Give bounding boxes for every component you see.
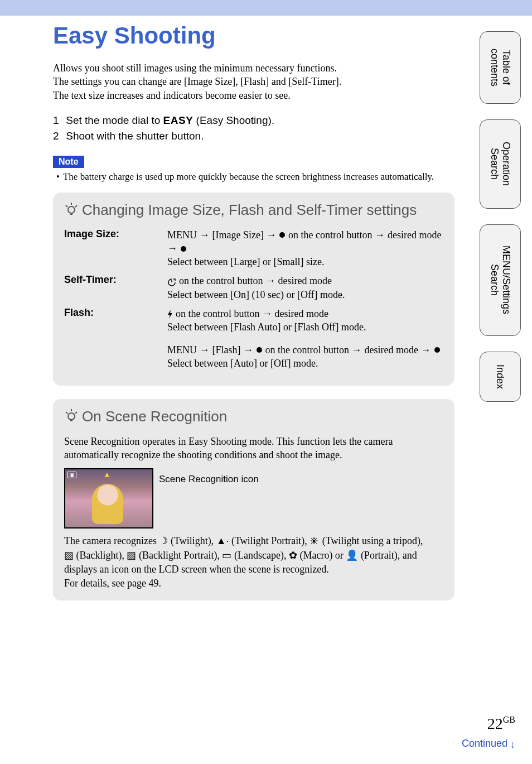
tab-menu-settings-search[interactable]: MENU/Settings Search [480,224,521,336]
tip-title-scene: On Scene Recognition [64,408,443,427]
select-text: Select between [Flash Auto] or [Flash Of… [167,321,366,333]
select-text: Select between [Large] or [Small] size. [167,256,325,267]
step-2-text: Shoot with the shutter button. [66,130,204,142]
bulb-icon [64,202,79,220]
note-line: •The battery charge is used up more quic… [53,171,454,182]
scene-intro: Scene Recognition operates in Easy Shoot… [64,435,443,462]
callout-label: Scene Recognition icon [159,474,259,485]
arrow-icon: → [200,344,212,355]
step-2: 2 Shoot with the shutter button. [53,130,454,142]
tip-title-text: Changing Image Size, Flash and Self-Time… [82,201,417,218]
twilight-icon: ☽ [159,535,168,546]
page-region: GB [503,715,515,724]
sample-photo: ▣ ▲ [64,468,153,528]
tail-text: desired mode [388,229,441,241]
scene-recognition-icon: ▣ [67,472,76,478]
scene-list: The camera recognizes ☽ (Twilight), ▲· (… [64,534,443,590]
line1a: on the control button [176,308,262,319]
tab-toc[interactable]: Table of contents [480,31,521,104]
intro-line-2: The settings you can change are [Image S… [53,75,454,88]
arrow-icon: → [200,229,212,241]
arrow-icon: → [375,229,388,241]
line1a: on the control button [179,275,265,286]
top-accent-bar [0,0,532,16]
macro-icon: ✿ [289,550,297,561]
menu-text: MENU [167,344,197,355]
setting-desc: on the control button → desired mode Sel… [167,274,345,301]
svg-line-9 [66,412,67,414]
callout: Scene Recognition icon [159,468,259,485]
svg-marker-6 [168,310,172,319]
tab-operation-search[interactable]: Operation Search [480,119,521,209]
arrow-icon: → [167,243,180,254]
setting-label: Self-Timer: [64,274,167,301]
tip-title-settings: Changing Image Size, Flash and Self-Time… [64,201,443,220]
intro-line-3: The text size increases and indicators b… [53,89,454,102]
arrow-icon: → [262,308,272,319]
intro-line-1: Allows you shoot still images using the … [53,61,454,75]
ctrl-text: on the control button [288,229,372,241]
setting-label-empty [64,343,167,371]
arrow-icon: → [352,344,365,355]
setting-label: Flash: [64,307,167,334]
bulb-icon [64,409,79,427]
select-text: Select between [Auto] or [Off] mode. [167,358,318,369]
bullet-icon: • [56,171,60,182]
line1b: desired mode [275,275,332,286]
continued-indicator: Continued ↓ [462,738,515,749]
photo-callout-row: ▣ ▲ Scene Recognition icon [64,468,443,528]
main-content: Easy Shooting Allows you shoot still ima… [53,22,454,600]
mode-backlight-portrait: (Backlight Portrait), [136,550,222,561]
select-text: Select between [On] (10 sec) or [Off] mo… [167,289,345,300]
page-number-value: 22 [487,715,503,732]
tab-index[interactable]: Index [480,352,521,402]
side-tabs: Table of contents Operation Search MENU/… [480,31,521,402]
setting-flash: Flash: on the control button → desired m… [64,307,443,334]
svg-point-0 [68,206,75,213]
arrow-icon: → [266,229,279,241]
center-button-icon [257,347,262,353]
arrow-icon: → [265,275,275,286]
portrait-icon: 👤 [346,550,358,561]
down-arrow-icon: ↓ [510,739,515,751]
setting-image-size: Image Size: MENU → [Image Size] → on the… [64,228,443,269]
mode-macro: (Macro) or [297,550,346,561]
step-number: 1 [53,114,63,127]
ctrl-text: on the control button [265,344,349,355]
list-post-1: displays an icon on the LCD screen when … [64,564,329,575]
svg-line-2 [66,205,67,207]
svg-line-3 [75,205,77,207]
backlight-portrait-icon: ▨ [127,550,136,561]
setting-desc: MENU → [Image Size] → on the control but… [167,228,443,269]
setting-flash-menu: MENU → [Flash] → on the control button →… [64,343,443,371]
center-button-icon [434,347,440,353]
center-button-icon [279,232,285,238]
mode-backlight: (Backlight), [74,550,127,561]
landscape-icon: ▭ [222,550,231,561]
mode-landscape: (Landscape), [231,550,288,561]
mode-twilight: (Twilight), [168,535,216,546]
step-1: 1 Set the mode dial to EASY (Easy Shooti… [53,114,454,127]
twilight-portrait-icon: ▲· [216,535,229,546]
arrow-icon: → [421,344,434,355]
svg-line-10 [75,412,77,414]
easy-mode-label: EASY [163,114,194,126]
page-number: 22GB [487,715,515,733]
timer-icon [167,275,179,286]
line1b: desired mode [272,308,328,319]
setting-desc: MENU → [Flash] → on the control button →… [167,343,441,371]
step-number: 2 [53,130,63,142]
list-post-2: For details, see page 49. [64,578,161,589]
center-button-icon [181,246,186,252]
mode-twilight-portrait: (Twilight Portrait), [229,535,309,546]
menu-text: MENU [167,229,197,241]
mode-twilight-tripod: (Twilight using a tripod), [320,535,423,546]
continued-label: Continued [462,738,507,749]
setting-label: Image Size: [64,228,167,269]
warning-icon: ▲ [103,470,111,479]
tip-title-text: On Scene Recognition [82,408,227,425]
note-text: The battery charge is used up more quick… [63,171,434,182]
flash-icon [167,308,176,319]
menu-item: [Flash] [212,344,241,355]
tail-text: desired mode [365,344,418,355]
